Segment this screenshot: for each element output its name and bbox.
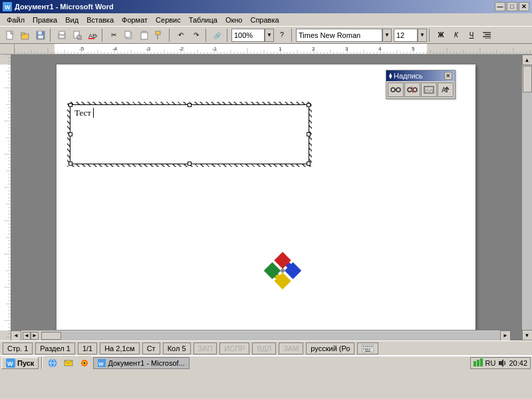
svg-text:W: W bbox=[98, 361, 104, 367]
font-size-arrow[interactable]: ▼ bbox=[418, 29, 427, 42]
save-button[interactable] bbox=[33, 28, 48, 43]
separator-1 bbox=[50, 29, 53, 42]
handle-top-right[interactable] bbox=[307, 103, 311, 107]
undo-button[interactable]: ↶ bbox=[174, 28, 188, 43]
minimize-button[interactable]: — bbox=[495, 2, 505, 11]
zoom-input[interactable] bbox=[231, 29, 265, 42]
svg-point-59 bbox=[84, 362, 86, 364]
svg-rect-19 bbox=[141, 33, 148, 39]
svg-text:W: W bbox=[7, 360, 13, 367]
taskbar-word-label: Документ1 - Microsof... bbox=[108, 359, 184, 367]
menu-edit[interactable]: Правка bbox=[29, 15, 61, 25]
svg-text:🔗: 🔗 bbox=[213, 32, 221, 40]
spellcheck-button[interactable]: АВС bbox=[85, 28, 100, 43]
nadpis-close-button[interactable]: ✕ bbox=[444, 72, 452, 80]
svg-rect-43 bbox=[365, 346, 366, 347]
scrollbar-horizontal: ◄ ◄ ► ► bbox=[11, 330, 511, 340]
ruler-vertical bbox=[0, 55, 11, 340]
scroll-vertical-thumb[interactable] bbox=[523, 66, 532, 92]
italic-button[interactable]: К bbox=[449, 28, 464, 43]
handle-top-left[interactable] bbox=[68, 103, 72, 107]
font-name-arrow[interactable]: ▼ bbox=[382, 29, 392, 42]
textbox-container[interactable]: Тест bbox=[70, 104, 309, 164]
scroll-horizontal-thumb[interactable] bbox=[41, 332, 61, 340]
close-button[interactable]: ✕ bbox=[519, 2, 529, 11]
print-preview-button[interactable] bbox=[70, 28, 84, 43]
status-section: Раздел 1 bbox=[35, 342, 75, 354]
svg-rect-45 bbox=[369, 346, 370, 347]
document-area[interactable]: ⧫ Надпись ✕ bbox=[11, 55, 521, 340]
textbox-text: Тест bbox=[74, 108, 91, 118]
menu-window[interactable]: Окно bbox=[221, 15, 247, 25]
underline-button[interactable]: Ч bbox=[464, 28, 479, 43]
start-button[interactable]: W Пуск bbox=[1, 357, 39, 369]
quicklaunch-ie[interactable] bbox=[45, 356, 60, 370]
menu-insert[interactable]: Вставка bbox=[82, 15, 118, 25]
redo-button[interactable]: ↷ bbox=[189, 28, 203, 43]
speaker-icon bbox=[497, 358, 507, 368]
nadpis-title-bar[interactable]: ⧫ Надпись ✕ bbox=[386, 70, 455, 81]
scroll-down-button[interactable]: ▼ bbox=[522, 330, 533, 340]
separator-6 bbox=[291, 29, 294, 42]
bold-button[interactable]: Ж bbox=[434, 28, 448, 43]
open-button[interactable] bbox=[18, 28, 33, 43]
menu-help[interactable]: Справка bbox=[246, 15, 283, 25]
handle-top-middle[interactable] bbox=[188, 103, 192, 107]
font-size-input[interactable] bbox=[394, 29, 418, 42]
status-zam: ЗАМ bbox=[279, 342, 303, 354]
systray-network-icon bbox=[473, 358, 484, 368]
status-bar: Стр. 1 Раздел 1 1/1 На 2,1см Ст Кол 5 ЗА… bbox=[0, 340, 532, 355]
menu-view[interactable]: Вид bbox=[61, 15, 82, 25]
nadpis-text-direction-button[interactable]: A bbox=[438, 82, 454, 97]
format-painter-button[interactable] bbox=[152, 28, 167, 43]
ruler-corner bbox=[0, 44, 15, 55]
handle-bottom-right[interactable] bbox=[307, 162, 311, 166]
quicklaunch-email[interactable] bbox=[61, 356, 76, 370]
textbox[interactable]: Тест bbox=[70, 104, 309, 164]
maximize-button[interactable]: □ bbox=[507, 2, 517, 11]
nadpis-image-button[interactable] bbox=[421, 82, 437, 97]
handle-bottom-middle[interactable] bbox=[188, 162, 192, 166]
nadpis-toolbar: ⧫ Надпись ✕ bbox=[386, 70, 456, 99]
nadpis-link-button[interactable] bbox=[388, 82, 404, 97]
paste-button[interactable] bbox=[137, 28, 152, 43]
help-button[interactable]: ? bbox=[275, 28, 289, 43]
taskbar-systray: RU 20:42 bbox=[470, 357, 531, 369]
taskbar-word-item[interactable]: W Документ1 - Microsof... bbox=[93, 357, 189, 369]
handle-middle-right[interactable] bbox=[307, 132, 311, 136]
handle-bottom-left[interactable] bbox=[68, 162, 72, 166]
menu-format[interactable]: Формат bbox=[118, 15, 152, 25]
nadpis-unlink-button[interactable] bbox=[404, 82, 420, 97]
scroll-up-button[interactable]: ▲ bbox=[522, 55, 533, 65]
print-button[interactable] bbox=[55, 28, 69, 43]
status-zap: ЗАП bbox=[194, 342, 217, 354]
svg-text:A: A bbox=[442, 86, 446, 94]
textbox-content[interactable]: Тест bbox=[70, 105, 309, 164]
zoom-arrow[interactable]: ▼ bbox=[265, 29, 274, 42]
quicklaunch-firefox[interactable] bbox=[77, 356, 92, 370]
toolbar-standard: АВС ✂ ↶ ↷ 🔗 ▼ ? ▼ ▼ Ж К Ч bbox=[0, 27, 532, 44]
handle-middle-left[interactable] bbox=[68, 132, 72, 136]
align-right-button[interactable] bbox=[479, 28, 494, 43]
next-page-button[interactable]: ► bbox=[31, 332, 39, 340]
menu-table[interactable]: Таблица bbox=[185, 15, 221, 25]
status-page: Стр. 1 bbox=[3, 342, 33, 354]
svg-marker-65 bbox=[499, 359, 503, 367]
start-label: Пуск bbox=[17, 359, 34, 367]
menu-file[interactable]: Файл bbox=[3, 15, 29, 25]
separator-3 bbox=[169, 29, 172, 42]
prev-page-button[interactable]: ◄ bbox=[23, 332, 31, 340]
copy-button[interactable] bbox=[122, 28, 136, 43]
hyperlink-button[interactable]: 🔗 bbox=[210, 28, 225, 43]
menu-service[interactable]: Сервис bbox=[152, 15, 185, 25]
font-name-input[interactable] bbox=[296, 29, 382, 42]
svg-rect-47 bbox=[363, 348, 364, 350]
window-title: Документ1 - Microsoft Word bbox=[15, 3, 114, 11]
clock: 20:42 bbox=[509, 359, 527, 367]
cut-button[interactable]: ✂ bbox=[106, 28, 121, 43]
svg-line-13 bbox=[80, 39, 82, 40]
nadpis-icon: ⧫ bbox=[389, 72, 392, 79]
scroll-left-button[interactable]: ◄ bbox=[11, 331, 21, 341]
new-button[interactable] bbox=[3, 28, 17, 43]
scroll-right-button[interactable]: ► bbox=[500, 331, 511, 341]
